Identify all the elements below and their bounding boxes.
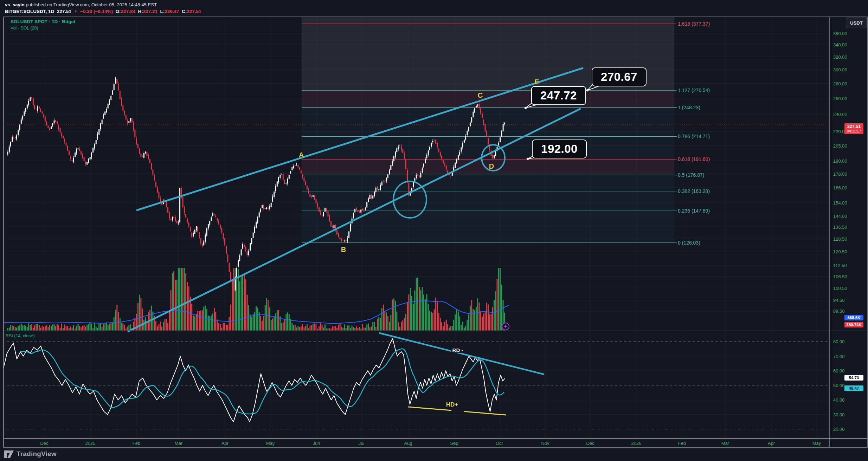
tradingview-logo-icon xyxy=(4,450,14,458)
time-scale-label[interactable]: Feb xyxy=(133,441,140,446)
close-label: C: xyxy=(182,9,187,14)
chart-title[interactable]: SOLUSDT SPOT · 1D · Bitget xyxy=(11,19,76,24)
time-scale-label[interactable]: Feb xyxy=(678,441,686,446)
time-scale-label[interactable]: 2026 xyxy=(631,441,642,446)
time-scale-label[interactable]: Sep xyxy=(450,441,458,446)
time-scale-label[interactable]: Dec xyxy=(586,441,594,446)
price-scale-label[interactable]: 144.00 xyxy=(833,214,847,219)
wave-letter-b[interactable]: B xyxy=(341,246,346,254)
scale-value-tag: 54.73 xyxy=(844,375,863,381)
price-scale-label[interactable]: 166.00 xyxy=(833,185,847,190)
time-scale-label[interactable]: Oct xyxy=(496,441,503,446)
scale-value-tag: 48.47 xyxy=(844,385,863,391)
time-scale-label[interactable]: May xyxy=(812,441,821,446)
low-label: L: xyxy=(160,9,165,14)
price-scale-label[interactable]: 94.50 xyxy=(833,298,845,303)
symbol-name: BITGET:SOLUSDT, 1D xyxy=(5,9,54,14)
fib-level-label: 0.5 (176.87) xyxy=(678,172,705,178)
open-value: 227.84 xyxy=(121,9,135,14)
time-scale-label[interactable]: Apr xyxy=(768,441,775,446)
price-scale-label[interactable]: 136.50 xyxy=(833,224,847,229)
rsi-scale-label[interactable]: 70.00 xyxy=(833,353,845,359)
fib-level-label: 0.236 (147.89) xyxy=(678,208,710,214)
currency-toggle-button[interactable]: USDT xyxy=(846,18,867,28)
rsi-scale-label[interactable]: 30.00 xyxy=(833,412,845,417)
price-callout-270-67[interactable]: 270.67 xyxy=(592,67,647,86)
author-name: vs_sayin xyxy=(5,2,25,7)
watermark-text: TradingView xyxy=(17,450,57,458)
price-callout-192-00[interactable]: 192.00 xyxy=(532,139,587,158)
high-value: 237.21 xyxy=(143,9,157,14)
fib-level-label: 1.618 (377.37) xyxy=(678,21,710,27)
price-scale-label[interactable]: 360.00 xyxy=(833,31,847,36)
price-scale-label[interactable]: 190.00 xyxy=(833,158,847,163)
time-scale-label[interactable]: Mar xyxy=(175,441,182,446)
price-scale-label[interactable]: 260.00 xyxy=(833,96,847,101)
regular-divergence-label[interactable]: RD - xyxy=(451,347,465,353)
time-scale-label[interactable]: Dec xyxy=(40,441,48,446)
rsi-indicator-label[interactable]: RSI (14, close) xyxy=(6,333,35,338)
price-scale-label[interactable]: 280.00 xyxy=(833,81,847,86)
price-scale-label[interactable]: 120.50 xyxy=(833,249,847,254)
fib-level-label: 0 (126.03) xyxy=(678,240,700,246)
price-scale-label[interactable]: 89.50 xyxy=(833,309,845,314)
fib-level-label: 1 (248.23) xyxy=(678,105,700,110)
price-scale-label[interactable]: 100.50 xyxy=(833,285,847,291)
wave-letter-d[interactable]: D xyxy=(489,162,494,170)
time-scale-label[interactable]: Mar xyxy=(721,441,729,446)
wave-letter-e[interactable]: E xyxy=(534,78,539,86)
rsi-scale-label[interactable]: 50.00 xyxy=(833,383,845,388)
fib-level-label: 0.786 (214.71) xyxy=(678,134,710,139)
time-scale-label[interactable]: Apr xyxy=(221,441,229,446)
price-scale-label[interactable]: 320.00 xyxy=(833,54,847,59)
price-scale-label[interactable]: 340.00 xyxy=(833,42,847,47)
volume-indicator-label[interactable]: Vol · SOL (20) xyxy=(11,26,38,31)
publish-header: vs_sayin published on TradingView.com, O… xyxy=(5,2,157,7)
price-scale-label[interactable]: 240.00 xyxy=(833,112,847,117)
close-value: 227.51 xyxy=(187,9,201,14)
time-scale-label[interactable]: May xyxy=(266,441,275,446)
rsi-scale-label[interactable]: 80.00 xyxy=(833,339,845,344)
fib-level-label: 0.382 (163.28) xyxy=(678,188,710,194)
time-scale-label[interactable]: Jul xyxy=(359,441,365,446)
price-scale-label[interactable]: 154.00 xyxy=(833,200,847,206)
rsi-scale-label[interactable]: 60.00 xyxy=(833,368,845,374)
hidden-divergence-label[interactable]: HD+ xyxy=(445,401,459,408)
scale-value-tag: 868.6K xyxy=(844,315,863,320)
down-triangle-icon: ▼ xyxy=(74,9,78,13)
tag-price: 227.51 xyxy=(847,124,861,129)
time-scale-label[interactable]: Aug xyxy=(404,441,412,446)
rsi-scale-label[interactable]: 40.00 xyxy=(833,397,845,403)
tradingview-watermark: TradingView xyxy=(4,450,57,458)
price-scale-label[interactable]: 128.50 xyxy=(833,236,847,241)
price-scale-label[interactable]: 178.00 xyxy=(833,171,847,176)
open-label: O: xyxy=(116,9,121,14)
rsi-scale-label[interactable]: 20.00 xyxy=(833,427,845,432)
price-scale-label[interactable]: 205.00 xyxy=(833,143,847,148)
chart-canvas[interactable] xyxy=(0,0,868,461)
publish-info: published on TradingView.com, October 05… xyxy=(25,2,157,7)
last-price: 227.51 xyxy=(57,9,71,14)
current-price-tag: 227.5104:11:17 xyxy=(844,123,863,134)
price-scale-label[interactable]: 106.50 xyxy=(833,274,847,279)
wave-letter-a[interactable]: A xyxy=(299,151,304,159)
high-label: H: xyxy=(138,9,143,14)
time-scale-label[interactable]: Nov xyxy=(541,441,549,446)
tag-countdown: 04:11:17 xyxy=(847,129,861,134)
price-callout-247-72[interactable]: 247.72 xyxy=(531,86,586,105)
low-value: 226.47 xyxy=(165,9,179,14)
scale-value-tag: 380.74K xyxy=(844,322,863,327)
time-scale-label[interactable]: Jun xyxy=(313,441,320,446)
fib-level-label: 0.618 (191.60) xyxy=(678,156,710,162)
price-scale-label[interactable]: 112.50 xyxy=(833,263,847,268)
tradingview-snapshot: vs_sayin published on TradingView.com, O… xyxy=(0,0,868,461)
time-scale-label[interactable]: 2025 xyxy=(85,441,96,446)
symbol-legend[interactable]: BITGET:SOLUSDT, 1D 227.51 ▼ −0.33 (−0.14… xyxy=(5,9,201,14)
fib-level-label: 1.127 (270.54) xyxy=(678,87,710,93)
price-scale-label[interactable]: 300.00 xyxy=(833,67,847,72)
price-change: −0.33 (−0.14%) xyxy=(80,9,113,14)
wave-letter-c[interactable]: C xyxy=(478,91,483,99)
